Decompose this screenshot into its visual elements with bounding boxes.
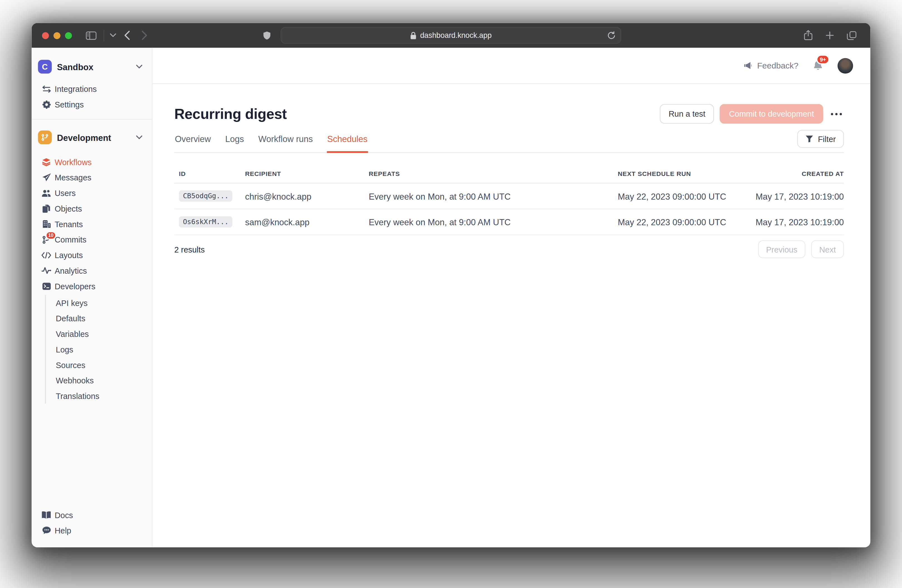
git-branch-icon: 10: [42, 235, 51, 244]
chevron-down-icon: [136, 135, 143, 140]
sidebar-item-layouts[interactable]: Layouts: [32, 247, 152, 263]
share-icon[interactable]: [804, 30, 813, 41]
column-header-created-at: CREATED AT: [750, 170, 844, 177]
url-text: dashboard.knock.app: [420, 31, 492, 40]
cell-repeats: Every week on Mon, at 9:00 AM UTC: [369, 191, 618, 201]
cell-created-at: May 17, 2023 10:19:00: [750, 191, 844, 201]
browser-titlebar: dashboard.knock.app: [32, 23, 871, 48]
avatar[interactable]: [838, 58, 853, 74]
schedule-id-chip: CB5odqGg...: [179, 191, 233, 202]
results-count: 2 results: [174, 245, 205, 254]
run-a-test-button[interactable]: Run a test: [660, 104, 714, 124]
sidebar-item-users[interactable]: Users: [32, 185, 152, 201]
tab-overview-icon[interactable]: [847, 31, 857, 40]
tab-logs[interactable]: Logs: [224, 130, 244, 153]
commit-to-development-button[interactable]: Commit to development: [720, 104, 823, 124]
sidebar-item-objects[interactable]: Objects: [32, 201, 152, 216]
sidebar-item-settings[interactable]: Settings: [32, 97, 152, 112]
table-row[interactable]: Os6skXrM...sam@knock.appEvery week on Mo…: [174, 210, 844, 235]
pulse-icon: [42, 267, 51, 274]
sidebar-subitem-defaults[interactable]: Defaults: [56, 310, 152, 326]
traffic-lights: [42, 23, 72, 48]
pagination: Previous Next: [758, 240, 844, 258]
sidebar-subitem-webhooks[interactable]: Webhooks: [56, 372, 152, 388]
sidebar-item-label: Commits: [55, 235, 86, 244]
forward-icon[interactable]: [141, 30, 147, 40]
sidebar-item-label: Variables: [56, 329, 89, 338]
environment-switcher[interactable]: C Sandbox: [32, 57, 152, 76]
notifications-button[interactable]: 9+: [812, 59, 824, 72]
sidebar-item-developers[interactable]: Developers: [32, 278, 152, 294]
code-icon: [42, 252, 51, 258]
table-row[interactable]: CB5odqGg...chris@knock.appEvery week on …: [174, 183, 844, 210]
cell-next-schedule-run: May 22, 2023 09:00:00 UTC: [618, 217, 750, 227]
cell-id: Os6skXrM...: [179, 216, 245, 227]
next-button[interactable]: Next: [811, 240, 844, 258]
feedback-button[interactable]: Feedback?: [743, 61, 799, 70]
sidebar-item-commits[interactable]: 10Commits: [32, 231, 152, 247]
gear-icon: [42, 100, 51, 109]
sidebar-item-label: Objects: [55, 204, 82, 213]
table-header-row: IDRECIPIENTREPEATSNEXT SCHEDULE RUNCREAT…: [174, 164, 844, 183]
sidebar-subitem-variables[interactable]: Variables: [56, 326, 152, 342]
lock-icon: [410, 31, 417, 39]
book-icon: [42, 511, 51, 519]
reload-icon[interactable]: [608, 28, 615, 43]
sidebar-item-label: Webhooks: [56, 375, 94, 385]
more-options-button[interactable]: [829, 104, 844, 124]
sidebar-subitem-translations[interactable]: Translations: [56, 388, 152, 404]
column-header-id: ID: [179, 170, 245, 177]
cell-recipient: chris@knock.app: [245, 191, 369, 201]
sidebar-item-label: Defaults: [56, 313, 85, 323]
zoom-button[interactable]: [65, 32, 72, 39]
cell-recipient: sam@knock.app: [245, 217, 369, 227]
sidebar-dev-list: WorkflowsMessagesUsersObjectsTenants10Co…: [32, 154, 152, 294]
ellipsis-icon: [831, 113, 842, 115]
sidebar-item-analytics[interactable]: Analytics: [32, 263, 152, 278]
tab-workflow-runs[interactable]: Workflow runs: [258, 130, 313, 153]
megaphone-icon: [743, 61, 752, 70]
git-branch-icon: [38, 131, 52, 144]
table-footer: 2 results Previous Next: [174, 240, 844, 258]
minimize-button[interactable]: [53, 32, 60, 39]
previous-button[interactable]: Previous: [758, 240, 805, 258]
titlebar-nav: [86, 23, 147, 48]
sidebar-item-label: Workflows: [55, 157, 92, 166]
sidebar-item-docs[interactable]: Docs: [32, 507, 152, 522]
sidebar-item-tenants[interactable]: Tenants: [32, 216, 152, 231]
sidebar-bottom-list: DocsHelp: [32, 507, 152, 547]
title-actions: Run a test Commit to development: [660, 104, 844, 124]
desktop-background: dashboard.knock.app: [0, 0, 902, 588]
sidebar-item-messages[interactable]: Messages: [32, 170, 152, 185]
paper-plane-icon: [42, 173, 51, 182]
tab-schedules[interactable]: Schedules: [327, 130, 368, 153]
url-bar[interactable]: dashboard.knock.app: [281, 27, 621, 44]
sidebar-item-label: Sources: [56, 360, 85, 369]
users-icon: [42, 189, 51, 197]
filter-button[interactable]: Filter: [797, 130, 844, 148]
knock-logo: C: [38, 60, 52, 74]
sidebar-item-label: Logs: [56, 345, 73, 354]
sidebar: C Sandbox IntegrationsSettings Developme…: [32, 48, 153, 547]
sidebar-item-help[interactable]: Help: [32, 522, 152, 538]
environment-section-switcher[interactable]: Development: [32, 128, 152, 147]
feedback-label: Feedback?: [757, 61, 799, 70]
close-button[interactable]: [42, 32, 49, 39]
sidebar-subitem-api-keys[interactable]: API keys: [56, 295, 152, 310]
privacy-shield-icon[interactable]: [263, 23, 271, 48]
sidebar-item-workflows[interactable]: Workflows: [32, 154, 152, 170]
page-title: Recurring digest: [174, 106, 287, 122]
sidebar-subitem-sources[interactable]: Sources: [56, 357, 152, 372]
sidebar-subitem-logs[interactable]: Logs: [56, 342, 152, 357]
new-tab-icon[interactable]: [825, 31, 834, 40]
column-header-repeats: REPEATS: [369, 170, 618, 177]
sidebar-item-integrations[interactable]: Integrations: [32, 81, 152, 97]
back-icon[interactable]: [124, 30, 130, 40]
sidebar-toggle-icon[interactable]: [86, 31, 97, 40]
tab-overview[interactable]: Overview: [174, 130, 211, 153]
chat-icon: [42, 526, 51, 535]
tab-group-chevron-icon[interactable]: [110, 33, 116, 37]
cell-created-at: May 17, 2023 10:19:00: [750, 217, 844, 227]
terminal-icon: [42, 282, 51, 290]
objects-icon: [42, 204, 51, 213]
